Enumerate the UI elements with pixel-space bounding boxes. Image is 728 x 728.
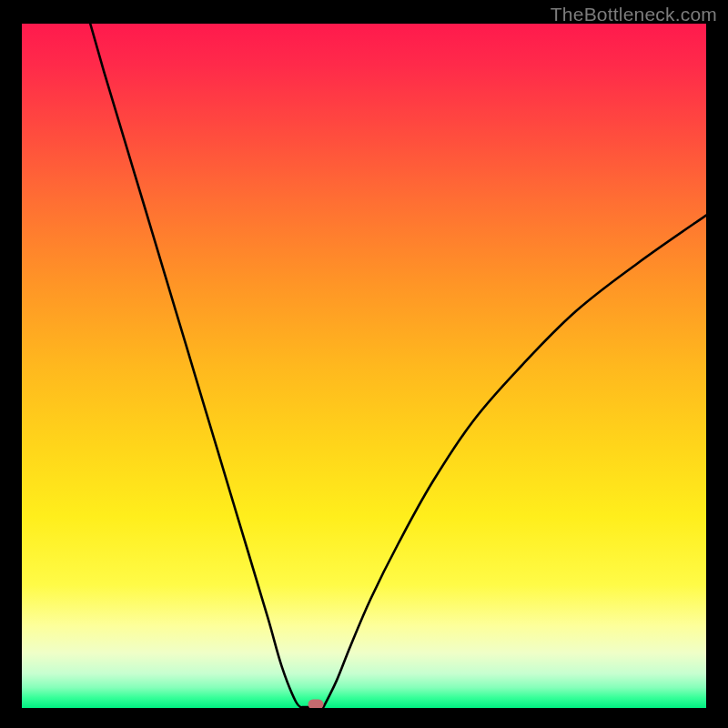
minimum-marker [308, 700, 324, 709]
curve-path [90, 24, 706, 708]
bottleneck-curve [22, 24, 706, 708]
chart-frame: TheBottleneck.com [0, 0, 728, 728]
plot-area [22, 24, 706, 708]
watermark-text: TheBottleneck.com [551, 4, 717, 25]
